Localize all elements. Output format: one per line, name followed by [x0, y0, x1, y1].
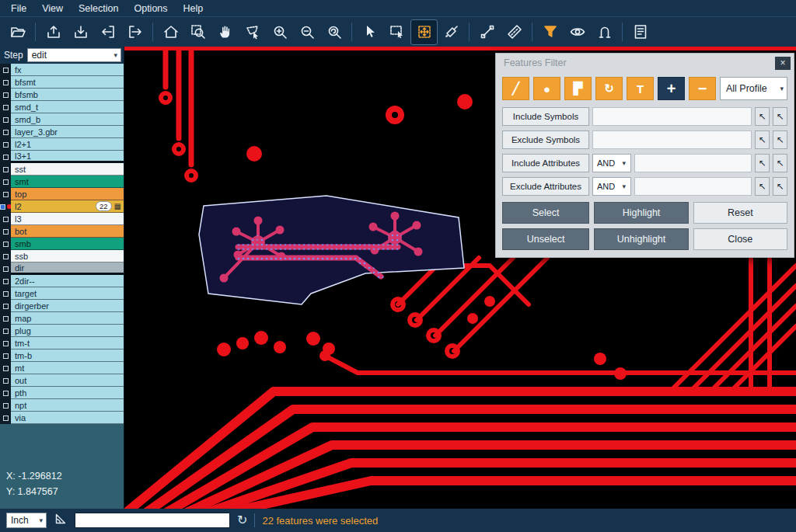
layer-visibility-checkbox[interactable] — [0, 374, 11, 387]
layer-visibility-checkbox[interactable] — [0, 76, 11, 89]
layer-name-cell[interactable]: mt ▦ — [11, 362, 124, 374]
profile-select[interactable]: All Profile ▾ — [720, 77, 787, 100]
pick-from-graphics-icon[interactable]: ↖ — [755, 130, 770, 149]
layer-visibility-checkbox[interactable] — [0, 263, 11, 275]
snap-icon[interactable] — [592, 20, 617, 44]
pan-hand-icon[interactable] — [212, 20, 238, 44]
highlight-button[interactable]: Highlight — [594, 202, 688, 224]
filter-value-input[interactable] — [592, 107, 752, 126]
layer-row[interactable]: map ▦ — [0, 312, 124, 325]
text-tool-button[interactable]: T — [627, 77, 654, 100]
layer-row[interactable]: tm-b ▦ — [0, 349, 124, 362]
layer-visibility-checkbox[interactable] — [0, 225, 11, 238]
layer-visibility-checkbox[interactable] — [0, 250, 11, 263]
layer-name-cell[interactable]: smd_b ▦ — [11, 113, 124, 126]
layer-name-cell[interactable]: ssb ▦ — [11, 250, 124, 263]
layer-row[interactable]: sst ▦ — [0, 163, 124, 176]
layer-row[interactable]: l3+1 ▦ — [0, 151, 124, 163]
layer-visibility-checkbox[interactable] — [0, 287, 11, 300]
layer-row[interactable]: ssb ▦ — [0, 250, 124, 263]
layer-visibility-checkbox[interactable] — [0, 387, 11, 399]
layer-visibility-checkbox[interactable] — [0, 113, 11, 126]
layer-visibility-checkbox[interactable] — [0, 200, 11, 213]
layer-name-cell[interactable]: bfsmb ▦ — [11, 89, 124, 101]
zoom-out-icon[interactable] — [294, 20, 319, 44]
and-or-select[interactable]: AND ▾ — [592, 154, 631, 172]
and-or-select[interactable]: AND ▾ — [592, 177, 631, 196]
layer-visibility-checkbox[interactable] — [0, 176, 11, 188]
layer-row[interactable]: l3 ▦ — [0, 213, 124, 225]
layer-row[interactable]: plug ▦ — [0, 325, 124, 337]
layer-visibility-checkbox[interactable] — [0, 325, 11, 337]
layer-row[interactable]: mt ▦ — [0, 362, 124, 374]
close-button[interactable]: Close — [693, 228, 787, 250]
exclude-symbols-button[interactable]: Exclude Symbols — [502, 130, 589, 149]
menu-view[interactable]: View — [34, 2, 71, 16]
corner-ruler-icon[interactable] — [54, 512, 68, 529]
layer-row[interactable]: smt ▦ — [0, 176, 124, 188]
pad-tool-button[interactable]: ● — [533, 77, 560, 100]
import-left-icon[interactable] — [95, 20, 120, 44]
export-right-icon[interactable] — [122, 20, 148, 44]
layer-row[interactable]: dirgerber ▦ — [0, 300, 124, 312]
line-tool-button[interactable]: ╱ — [502, 77, 529, 100]
layer-name-cell[interactable]: layer_3.gbr ▦ — [11, 126, 124, 138]
menu-selection[interactable]: Selection — [71, 2, 126, 16]
layer-row[interactable]: via ▦ — [0, 412, 124, 424]
paint-fill-icon[interactable] — [438, 20, 464, 44]
layer-row[interactable]: bot ▦ — [0, 225, 124, 238]
layer-name-cell[interactable]: l3 ▦ — [11, 213, 124, 225]
layer-row[interactable]: bfsmt ▦ — [0, 76, 124, 89]
layer-row[interactable]: bfsmb ▦ — [0, 89, 124, 101]
pick-add-from-graphics-icon[interactable]: ↖ — [773, 154, 787, 172]
refresh-icon[interactable]: ↻ — [237, 514, 247, 527]
layer-row[interactable]: 2dir-- ▦ — [0, 275, 124, 287]
measure-ruler-icon[interactable] — [501, 20, 527, 44]
select-button[interactable]: Select — [502, 202, 589, 224]
exclude-attributes-button[interactable]: Exclude Attributes — [502, 177, 589, 196]
layer-row[interactable]: dir ▦ — [0, 263, 124, 275]
menu-help[interactable]: Help — [176, 2, 211, 16]
home-icon[interactable] — [158, 20, 183, 44]
layer-row[interactable]: smb ▦ — [0, 238, 124, 250]
import-down-icon[interactable] — [68, 20, 93, 44]
layer-row[interactable]: l2 22 ▦ — [0, 200, 124, 213]
view-options-icon[interactable] — [564, 20, 590, 44]
layer-name-cell[interactable]: pth ▦ — [11, 387, 124, 399]
layer-row[interactable]: target ▦ — [0, 287, 124, 300]
units-select[interactable]: Inch ▾ — [6, 513, 47, 528]
layer-name-cell[interactable]: out ▦ — [11, 374, 124, 387]
pick-from-graphics-icon[interactable]: ↖ — [755, 154, 770, 172]
close-icon[interactable]: × — [775, 57, 791, 70]
layer-name-cell[interactable]: plug ▦ — [11, 325, 124, 337]
layer-row[interactable]: l2+1 ▦ — [0, 138, 124, 151]
menu-file[interactable]: File — [3, 2, 34, 16]
layer-visibility-checkbox[interactable] — [0, 238, 11, 250]
layer-name-cell[interactable]: l2 22 ▦ — [11, 200, 124, 213]
pick-add-from-graphics-icon[interactable]: ↖ — [773, 130, 787, 149]
layer-visibility-checkbox[interactable] — [0, 151, 11, 163]
report-list-icon[interactable] — [627, 20, 653, 44]
layer-name-cell[interactable]: l3+1 ▦ — [11, 151, 124, 163]
layer-row[interactable]: smd_b ▦ — [0, 113, 124, 126]
filter-value-input[interactable] — [592, 130, 752, 149]
line-select-icon[interactable] — [474, 20, 500, 44]
export-up-icon[interactable] — [40, 20, 66, 44]
layer-visibility-checkbox[interactable] — [0, 89, 11, 101]
layer-visibility-checkbox[interactable] — [0, 337, 11, 349]
open-folder-icon[interactable] — [5, 20, 30, 44]
layer-visibility-checkbox[interactable] — [0, 399, 11, 412]
menu-options[interactable]: Options — [126, 2, 175, 16]
layer-row[interactable]: tm-t ▦ — [0, 337, 124, 349]
arc-tool-button[interactable]: ↻ — [595, 77, 623, 100]
include-attributes-button[interactable]: Include Attributes — [502, 154, 589, 172]
layer-visibility-checkbox[interactable] — [0, 362, 11, 374]
layer-row[interactable]: layer_3.gbr ▦ — [0, 126, 124, 138]
layer-name-cell[interactable]: sst ▦ — [11, 163, 124, 176]
pcb-canvas[interactable]: Features Filter × ╱ ● ▛ ↻ — [124, 47, 796, 509]
command-input[interactable] — [75, 513, 230, 528]
layer-name-cell[interactable]: via ▦ — [11, 412, 124, 424]
layer-name-cell[interactable]: l2+1 ▦ — [11, 138, 124, 151]
pick-from-graphics-icon[interactable]: ↖ — [755, 107, 770, 126]
layer-visibility-checkbox[interactable] — [0, 64, 11, 76]
